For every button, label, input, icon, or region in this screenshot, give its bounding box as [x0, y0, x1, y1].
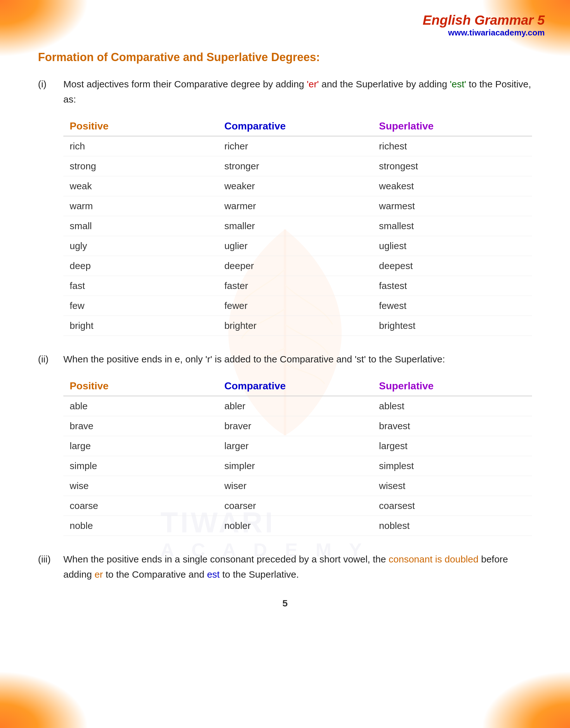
rule-item-ii: (ii) When the positive ends in e, only '… [38, 351, 532, 536]
table-cell: small [63, 216, 218, 236]
table-cell: larger [218, 436, 372, 456]
table-row: simplesimplersimplest [63, 456, 532, 476]
table-row: largelargerlargest [63, 436, 532, 456]
table-cell: fast [63, 276, 218, 296]
table-cell: bright [63, 316, 218, 336]
table-cell: richest [373, 136, 532, 156]
table-cell: coarse [63, 496, 218, 516]
header-superlative-i: Superlative [373, 116, 532, 136]
table-cell: noblest [373, 516, 532, 536]
table-cell: richer [218, 136, 372, 156]
table-row: uglyuglierugliest [63, 236, 532, 256]
table-container-ii: Positive Comparative Superlative ableabl… [63, 377, 532, 536]
table-cell: simpler [218, 456, 372, 476]
highlight-est: 'est' [450, 79, 466, 89]
table-cell: largest [373, 436, 532, 456]
table-cell: simplest [373, 456, 532, 476]
table-cell: ablest [373, 396, 532, 416]
header-positive-i: Positive [63, 116, 218, 136]
table-row: smallsmallersmallest [63, 216, 532, 236]
corner-decoration-bl [0, 671, 89, 728]
table-row: ableablerablest [63, 396, 532, 416]
header-comparative-i: Comparative [218, 116, 372, 136]
table-cell: brave [63, 416, 218, 436]
table-row: richricherrichest [63, 136, 532, 156]
table-cell: weak [63, 176, 218, 196]
table-cell: brightest [373, 316, 532, 336]
rule-text-ii: (ii) When the positive ends in e, only '… [38, 351, 532, 367]
table-cell: coarsest [373, 496, 532, 516]
table-cell: able [63, 396, 218, 416]
table-cell: faster [218, 276, 372, 296]
table-cell: deep [63, 256, 218, 276]
table-cell: large [63, 436, 218, 456]
table-cell: braver [218, 416, 372, 436]
table-cell: strong [63, 156, 218, 176]
rule-text-iii: (iii) When the positive ends in a single… [38, 552, 532, 582]
table-cell: warm [63, 196, 218, 216]
rule-label-ii: (ii) [38, 351, 48, 367]
table-cell: warmest [373, 196, 532, 216]
table-cell: rich [63, 136, 218, 156]
table-cell: uglier [218, 236, 372, 256]
table-cell: smallest [373, 216, 532, 236]
table-cell: fastest [373, 276, 532, 296]
table-cell: abler [218, 396, 372, 416]
table-row: fastfasterfastest [63, 276, 532, 296]
highlight-est-iii: est [207, 569, 220, 580]
table-cell: warmer [218, 196, 372, 216]
table-row: weakweakerweakest [63, 176, 532, 196]
table-cell: deeper [218, 256, 372, 276]
table-cell: brighter [218, 316, 372, 336]
header-superlative-ii: Superlative [373, 377, 532, 396]
header-comparative-ii: Comparative [218, 377, 372, 396]
table-cell: strongest [373, 156, 532, 176]
header-positive-ii: Positive [63, 377, 218, 396]
table-cell: ugliest [373, 236, 532, 256]
table-cell: few [63, 296, 218, 316]
table-ii: Positive Comparative Superlative ableabl… [63, 377, 532, 536]
rule-text-i: (i) Most adjectives form their Comparati… [38, 77, 532, 107]
table-cell: coarser [218, 496, 372, 516]
table-cell: wise [63, 476, 218, 496]
rule-item-i: (i) Most adjectives form their Comparati… [38, 77, 532, 336]
table-cell: weakest [373, 176, 532, 196]
table-row: warmwarmerwarmest [63, 196, 532, 216]
section-heading: Formation of Comparative and Superlative… [38, 51, 532, 64]
table-cell: wiser [218, 476, 372, 496]
highlight-doubled: consonant is doubled [388, 554, 479, 564]
table-i: Positive Comparative Superlative richric… [63, 116, 532, 336]
rule-item-iii: (iii) When the positive ends in a single… [38, 552, 532, 582]
main-content: Formation of Comparative and Superlative… [0, 0, 570, 640]
table-cell: stronger [218, 156, 372, 176]
table-row: coarsecoarsercoarsest [63, 496, 532, 516]
table-cell: fewer [218, 296, 372, 316]
rule-label-i: (i) [38, 77, 46, 92]
table-row: brightbrighterbrightest [63, 316, 532, 336]
table-cell: smaller [218, 216, 372, 236]
table-cell: ugly [63, 236, 218, 256]
table-cell: deepest [373, 256, 532, 276]
table-row: wisewiserwisest [63, 476, 532, 496]
table-cell: noble [63, 516, 218, 536]
corner-decoration-br [481, 671, 570, 728]
table-cell: simple [63, 456, 218, 476]
table-row: noblenoblernoblest [63, 516, 532, 536]
table-row: bravebraverbravest [63, 416, 532, 436]
table-container-i: Positive Comparative Superlative richric… [63, 116, 532, 336]
table-row: fewfewerfewest [63, 296, 532, 316]
table-cell: wisest [373, 476, 532, 496]
highlight-er-iii: er [94, 569, 103, 580]
table-row: strongstrongerstrongest [63, 156, 532, 176]
table-cell: fewest [373, 296, 532, 316]
highlight-er: 'er' [307, 79, 319, 89]
table-cell: nobler [218, 516, 372, 536]
rule-label-iii: (iii) [38, 552, 51, 567]
table-cell: bravest [373, 416, 532, 436]
page-number: 5 [38, 598, 532, 609]
table-cell: weaker [218, 176, 372, 196]
table-row: deepdeeperdeepest [63, 256, 532, 276]
